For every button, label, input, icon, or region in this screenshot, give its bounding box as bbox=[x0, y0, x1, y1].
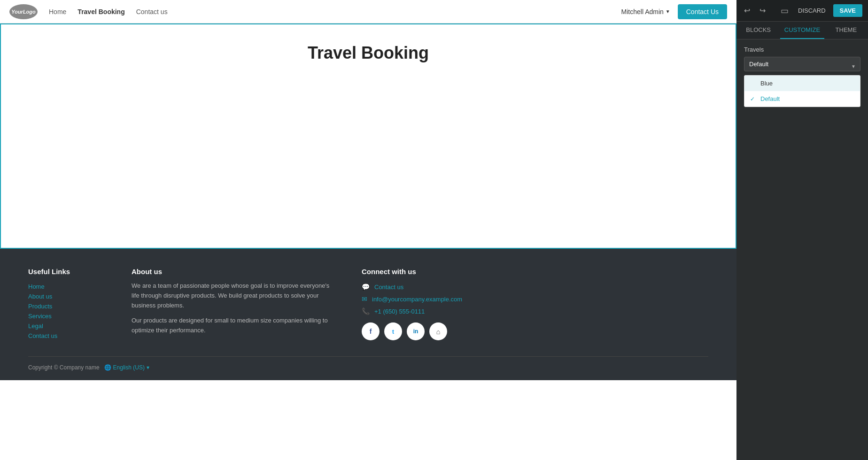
about-heading: About us bbox=[132, 268, 333, 276]
connect-contact-label: Contact us bbox=[374, 284, 403, 291]
panel-toolbar: ↩ ↪ ▭ DISCARD SAVE bbox=[736, 0, 868, 22]
footer-top: Useful Links Home About us Products Serv… bbox=[28, 268, 708, 342]
copyright-text: Copyright © Company name bbox=[28, 364, 100, 371]
nav-home[interactable]: Home bbox=[49, 8, 66, 15]
navbar-right: Mitchell Admin ▼ Contact Us bbox=[621, 4, 727, 19]
tab-theme[interactable]: THEME bbox=[824, 22, 868, 39]
theme-dropdown: Blue ✓ Default bbox=[744, 75, 860, 107]
dropdown-item-default[interactable]: ✓ Default bbox=[744, 91, 860, 107]
footer-about: About us We are a team of passionate peo… bbox=[132, 268, 333, 342]
main-area: YourLogo Home Travel Booking Contact us … bbox=[0, 0, 736, 460]
footer-link-legal[interactable]: Legal bbox=[28, 322, 103, 330]
undo-button[interactable]: ↩ bbox=[742, 4, 752, 17]
tab-customize[interactable]: CUSTOMIZE bbox=[780, 22, 824, 39]
right-panel: ↩ ↪ ▭ DISCARD SAVE BLOCKS CUSTOMIZE THEM… bbox=[736, 0, 868, 460]
page-content: Travel Booking Useful Links Home About u… bbox=[0, 23, 736, 460]
connect-phone-label: +1 (650) 555-0111 bbox=[374, 308, 425, 315]
footer-link-home[interactable]: Home bbox=[28, 283, 103, 290]
language-chevron-icon: ▾ bbox=[147, 364, 149, 371]
logo: YourLogo bbox=[9, 4, 38, 19]
footer-link-contact[interactable]: Contact us bbox=[28, 332, 103, 339]
connect-contact[interactable]: 💬 Contact us bbox=[362, 283, 708, 291]
facebook-icon: f bbox=[370, 328, 372, 335]
dropdown-label-default: Default bbox=[760, 95, 780, 102]
linkedin-icon: in bbox=[413, 328, 418, 335]
connect-email[interactable]: ✉ info@yourcompany.example.com bbox=[362, 295, 708, 303]
toolbar-left: ↩ ↪ bbox=[742, 4, 767, 17]
connect-phone[interactable]: 📞 +1 (650) 555-0111 bbox=[362, 307, 708, 315]
about-text-2: Our products are designed for small to m… bbox=[132, 316, 333, 336]
social-icons: f t in ⌂ bbox=[362, 322, 708, 340]
nav-contact-us[interactable]: Contact us bbox=[136, 8, 168, 15]
footer-link-about[interactable]: About us bbox=[28, 293, 103, 300]
footer-connect: Connect with us 💬 Contact us ✉ info@your… bbox=[362, 268, 708, 342]
booking-title: Travel Booking bbox=[308, 43, 429, 63]
footer-link-products[interactable]: Products bbox=[28, 303, 103, 310]
home-button[interactable]: ⌂ bbox=[429, 322, 447, 340]
nav-travel-booking[interactable]: Travel Booking bbox=[78, 8, 124, 15]
footer-link-services[interactable]: Services bbox=[28, 313, 103, 320]
device-toggle-button[interactable]: ▭ bbox=[779, 4, 790, 18]
admin-menu[interactable]: Mitchell Admin ▼ bbox=[621, 8, 670, 15]
home-icon: ⌂ bbox=[436, 328, 440, 336]
linkedin-button[interactable]: in bbox=[407, 322, 425, 340]
panel-select-wrap: Blue Default ▼ bbox=[736, 57, 868, 75]
footer-useful-links: Useful Links Home About us Products Serv… bbox=[28, 268, 103, 342]
blue-checkmark bbox=[750, 80, 757, 87]
twitter-icon: t bbox=[392, 328, 394, 335]
language-label: English (US) bbox=[113, 364, 145, 371]
booking-section: Travel Booking bbox=[0, 23, 736, 249]
language-selector[interactable]: 🌐 English (US) ▾ bbox=[104, 364, 149, 371]
email-icon: ✉ bbox=[362, 295, 367, 303]
panel-section-label: Travels bbox=[736, 39, 868, 57]
phone-icon: 📞 bbox=[362, 307, 370, 315]
twitter-button[interactable]: t bbox=[384, 322, 402, 340]
chat-icon: 💬 bbox=[362, 283, 370, 291]
facebook-button[interactable]: f bbox=[362, 322, 380, 340]
default-checkmark: ✓ bbox=[750, 96, 757, 102]
logo-image: YourLogo bbox=[9, 4, 38, 19]
dropdown-item-blue[interactable]: Blue bbox=[744, 76, 860, 91]
admin-label: Mitchell Admin bbox=[621, 8, 664, 15]
panel-tabs: BLOCKS CUSTOMIZE THEME bbox=[736, 22, 868, 39]
dropdown-label-blue: Blue bbox=[760, 80, 773, 87]
save-button[interactable]: SAVE bbox=[833, 4, 862, 17]
about-text-1: We are a team of passionate people whose… bbox=[132, 281, 333, 310]
useful-links-heading: Useful Links bbox=[28, 268, 103, 276]
redo-button[interactable]: ↪ bbox=[758, 4, 767, 17]
admin-chevron-icon: ▼ bbox=[666, 9, 670, 14]
globe-icon: 🌐 bbox=[104, 364, 111, 371]
footer: Useful Links Home About us Products Serv… bbox=[0, 249, 736, 380]
navbar-left: YourLogo Home Travel Booking Contact us bbox=[9, 4, 168, 19]
contact-button[interactable]: Contact Us bbox=[678, 4, 727, 19]
tab-blocks[interactable]: BLOCKS bbox=[736, 22, 780, 39]
connect-email-label: info@yourcompany.example.com bbox=[372, 296, 462, 303]
footer-bottom: Copyright © Company name 🌐 English (US) … bbox=[28, 356, 708, 371]
discard-button[interactable]: DISCARD bbox=[794, 5, 829, 16]
navbar: YourLogo Home Travel Booking Contact us … bbox=[0, 0, 736, 23]
toolbar-right: ▭ DISCARD SAVE bbox=[779, 4, 862, 18]
theme-select[interactable]: Blue Default bbox=[744, 57, 860, 71]
connect-heading: Connect with us bbox=[362, 268, 708, 276]
